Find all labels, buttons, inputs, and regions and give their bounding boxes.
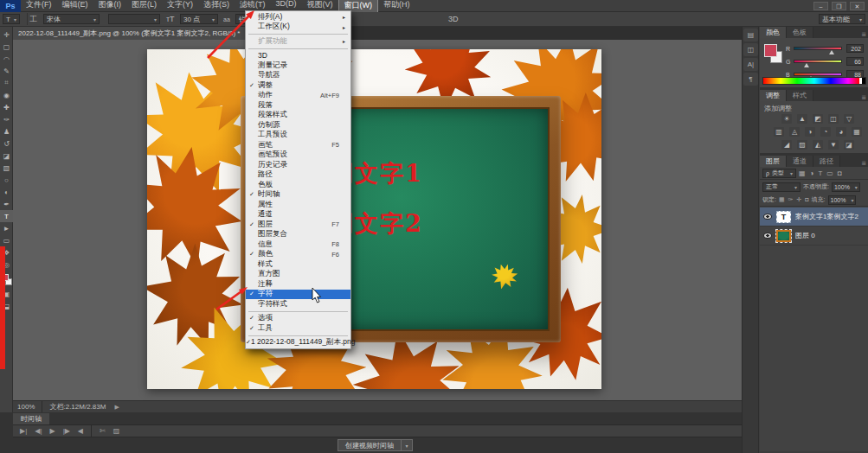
status-options-arrow-icon[interactable]: ▶: [114, 404, 119, 411]
window-menu-item[interactable]: ✓1 2022-12-08_111449_副本.png: [246, 338, 350, 348]
window-menu-item[interactable]: 通道: [246, 210, 350, 220]
menubar-item[interactable]: 帮助(H): [378, 0, 415, 13]
window-menu-item[interactable]: 仿制源: [246, 120, 350, 131]
layer-visibility-eye-icon[interactable]: [763, 214, 772, 220]
panel-menu-icon[interactable]: ≣: [861, 160, 868, 167]
window-menu-item[interactable]: 路径: [246, 170, 350, 181]
panel-menu-icon[interactable]: ≣: [861, 94, 868, 101]
window-menu-item[interactable]: 工作区(K)▸: [246, 22, 350, 33]
tab-channels[interactable]: 通道: [787, 156, 813, 167]
document-tab[interactable]: 2022-12-08_111449_副本.png @ 100% (案例文字1 案…: [13, 27, 256, 40]
panel-menu-icon[interactable]: ≣: [861, 31, 868, 38]
window-menu-item[interactable]: ✓颜色F6: [246, 250, 350, 260]
adjustment-icon[interactable]: ▥: [774, 127, 784, 137]
lock-icon[interactable]: ✑: [788, 196, 794, 203]
window-menu-item[interactable]: 段落: [246, 100, 350, 111]
tool-eyedropper[interactable]: ◉: [0, 89, 13, 101]
zoom-level-field[interactable]: 100%: [13, 403, 42, 411]
adjustment-icon[interactable]: ◩: [813, 114, 823, 124]
canvas-image[interactable]: 案例文字1 案例文字2: [147, 49, 601, 389]
window-menu-item[interactable]: 画笔预设: [246, 150, 350, 161]
tool-blur[interactable]: ○: [0, 174, 13, 186]
create-timeline-dropdown-icon[interactable]: ▾: [402, 439, 413, 451]
tool-path-select[interactable]: ►: [0, 222, 13, 234]
slider-thumb[interactable]: [804, 63, 809, 67]
tool-dodge[interactable]: ◐: [0, 186, 13, 198]
layer-row[interactable]: 图层 0: [760, 226, 868, 246]
adjustment-icon[interactable]: ◫: [828, 114, 839, 124]
tool-shape[interactable]: ▭: [0, 234, 13, 246]
window-menu-item[interactable]: 注释: [246, 279, 350, 290]
window-menu-item[interactable]: ✓工具: [246, 323, 350, 334]
color-spectrum-ramp[interactable]: [762, 77, 866, 85]
adjustment-icon[interactable]: ▲: [797, 114, 807, 124]
menubar-item[interactable]: 选择(S): [198, 0, 235, 13]
tool-crop[interactable]: ⌗: [0, 77, 13, 89]
adjustment-icon[interactable]: ◬: [789, 127, 800, 137]
tool-brush[interactable]: ✑: [0, 113, 13, 125]
menubar-item[interactable]: 编辑(E): [57, 0, 93, 13]
window-menu-item[interactable]: ✓字符: [246, 290, 350, 300]
layer-name[interactable]: 案例文字1案例文字2: [795, 212, 858, 221]
blend-mode-select[interactable]: 正常▾: [762, 182, 800, 192]
window-menu-item[interactable]: ✓时间轴: [246, 190, 350, 201]
timeline-edit-icon[interactable]: ✄: [100, 427, 106, 435]
window-menu-item[interactable]: 色板: [246, 180, 350, 190]
adjustment-icon[interactable]: ▽: [844, 114, 854, 124]
layer-filter-icon[interactable]: T: [818, 169, 822, 177]
adjustment-icon[interactable]: ◭: [813, 140, 823, 150]
lock-icon[interactable]: ▦: [779, 196, 785, 203]
tool-lasso[interactable]: ◠: [0, 53, 13, 65]
tab-swatches[interactable]: 色板: [787, 27, 813, 38]
channel-value-field[interactable]: 202: [846, 44, 864, 53]
window-menu-item[interactable]: 属性: [246, 200, 350, 210]
window-menu-item[interactable]: 样式: [246, 259, 350, 270]
fill-field[interactable]: 100%▾: [828, 195, 857, 205]
layer-filter-select[interactable]: ρ 类型 ▾: [762, 169, 796, 178]
channel-slider[interactable]: [794, 47, 842, 50]
restore-button[interactable]: ❐: [832, 2, 846, 10]
info-panel-icon[interactable]: ◫: [743, 43, 758, 56]
adjustment-icon[interactable]: ◑: [805, 127, 815, 137]
tool-type[interactable]: T: [0, 210, 13, 222]
minimize-button[interactable]: –: [813, 2, 828, 10]
adjustment-icon[interactable]: ▨: [797, 140, 807, 150]
transport-icon[interactable]: ◀|: [35, 427, 42, 435]
menubar-item[interactable]: 文件(F): [21, 0, 57, 13]
lock-icon[interactable]: ✛: [796, 196, 801, 203]
window-menu-item[interactable]: 动作Alt+F9: [246, 91, 350, 101]
menubar-item[interactable]: 文字(Y): [162, 0, 198, 13]
layer-thumbnail[interactable]: [776, 230, 791, 242]
tool-preset-button[interactable]: T▾: [3, 14, 20, 24]
workspace-3d-label[interactable]: 3D: [448, 15, 459, 23]
adjustment-icon[interactable]: ☀: [781, 114, 792, 124]
close-button[interactable]: ✕: [850, 2, 865, 10]
tool-marquee[interactable]: ▢: [0, 41, 13, 53]
lock-icon[interactable]: ◘: [805, 196, 808, 203]
tool-move[interactable]: ✛: [0, 29, 13, 41]
window-menu-item[interactable]: 段落样式: [246, 111, 350, 121]
window-menu-item[interactable]: 历史记录: [246, 160, 350, 170]
window-menu-item[interactable]: 3D: [246, 51, 350, 61]
tool-quick-select[interactable]: ✎: [0, 65, 13, 77]
layer-filter-icon[interactable]: ▭: [826, 169, 833, 177]
tab-paths[interactable]: 路径: [813, 156, 840, 167]
menubar-item[interactable]: 图层(L): [126, 0, 162, 13]
adjustment-icon[interactable]: ▼: [828, 140, 839, 150]
create-video-timeline-button[interactable]: 创建视频时间轴 ▾: [338, 439, 413, 451]
channel-value-field[interactable]: 66: [846, 57, 864, 66]
font-style-select[interactable]: ▾: [108, 14, 160, 24]
window-menu-item[interactable]: 导航器: [246, 71, 350, 81]
window-menu-item[interactable]: 字符样式: [246, 299, 350, 309]
paragraph-panel-icon[interactable]: ¶: [743, 73, 758, 86]
histogram-panel-icon[interactable]: ▤: [743, 29, 758, 41]
tool-history-brush[interactable]: ↺: [0, 137, 13, 150]
window-menu-item[interactable]: 排列(A)▸: [246, 12, 350, 22]
window-menu-item[interactable]: 直方图: [246, 270, 350, 280]
layer-visibility-eye-icon[interactable]: [763, 233, 772, 239]
channel-slider[interactable]: [794, 60, 842, 63]
tab-layers[interactable]: 图层: [760, 156, 787, 167]
window-menu-item[interactable]: ✓图层F7: [246, 220, 350, 230]
menubar-item[interactable]: 图像(I): [93, 0, 127, 13]
adjustment-icon[interactable]: ▦: [852, 127, 862, 137]
